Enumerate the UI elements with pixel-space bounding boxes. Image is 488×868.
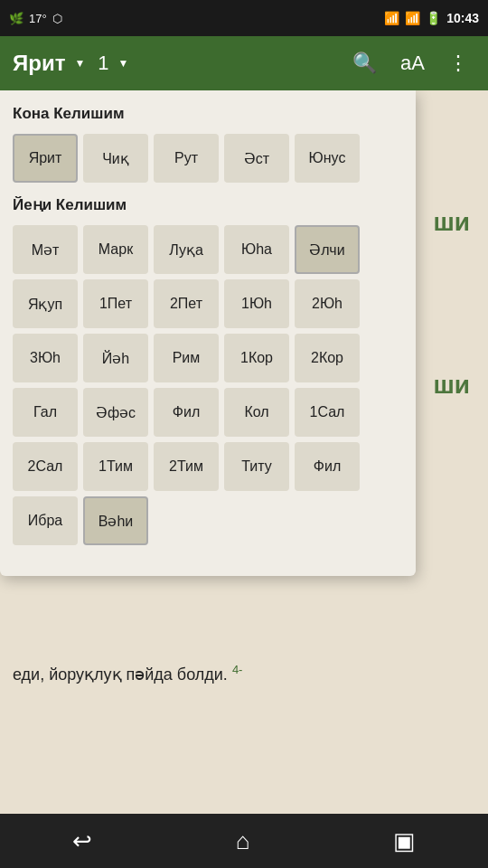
recents-nav-icon[interactable]: ▣	[393, 827, 416, 855]
book-btn-fil[interactable]: Фил	[154, 388, 219, 437]
book-btn-1pet[interactable]: 1Пет	[83, 279, 148, 328]
book-btn-vahi[interactable]: Вәhи	[83, 496, 148, 545]
book-btn-1yuh[interactable]: 1Юh	[224, 279, 289, 328]
book-btn-rut[interactable]: Рут	[154, 134, 219, 183]
status-right-icons: 📶 📶 🔋 10:43	[384, 11, 479, 25]
bottom-nav-bar: ↩ ⌂ ▣	[0, 814, 488, 868]
font-size-icon[interactable]: aA	[393, 48, 432, 79]
back-nav-icon[interactable]: ↩	[72, 827, 92, 855]
book-btn-titu[interactable]: Титу	[224, 442, 289, 491]
new-testament-title: Йеңи Келишим	[13, 195, 403, 214]
background-text-top-right: ши	[433, 208, 470, 237]
more-options-icon[interactable]: ⋮	[441, 48, 475, 79]
clock: 10:43	[446, 11, 479, 25]
usb-icon: ⬡	[52, 12, 62, 25]
book-btn-kol[interactable]: Кол	[224, 388, 289, 437]
chapter-number[interactable]: 1	[98, 52, 108, 75]
book-btn-gal[interactable]: Гал	[13, 388, 78, 437]
wifi-icon: 📶	[384, 11, 399, 25]
book-btn-chiq[interactable]: Чиқ	[83, 134, 148, 183]
book-btn-2yuh[interactable]: 2Юh	[295, 279, 360, 328]
book-btn-2tim[interactable]: 2Тим	[154, 442, 219, 491]
book-btn-luka[interactable]: Луқа	[154, 225, 219, 274]
book-btn-2pet[interactable]: 2Пет	[154, 279, 219, 328]
verse-text-bottom: еди, йоруқлуқ пәйда болди. 4-	[13, 661, 434, 687]
old-testament-grid: Ярит Чиқ Рут Әст Юнус	[13, 134, 403, 183]
verse-superscript: 4-	[232, 663, 243, 676]
app-title[interactable]: Ярит	[13, 51, 65, 76]
status-bar: 🌿 17° ⬡ 📶 📶 🔋 10:43	[0, 0, 488, 36]
old-testament-title: Кона Келишим	[13, 105, 403, 123]
search-icon[interactable]: 🔍	[345, 48, 384, 79]
verse-body-text: еди, йоруқлуқ пәйда болди.	[13, 665, 228, 684]
background-text-mid-right: ши	[433, 371, 470, 400]
book-btn-rim[interactable]: Рим	[154, 334, 219, 382]
book-btn-yah[interactable]: Йәh	[83, 334, 148, 382]
app-bar: Ярит ▼ 1 ▼ 🔍 aA ⋮	[0, 36, 488, 90]
book-selector-panel: Кона Келишим Ярит Чиқ Рут Әст Юнус Йеңи …	[0, 90, 416, 576]
chapter-dropdown-arrow: ▼	[118, 57, 129, 70]
book-btn-2kor[interactable]: 2Кор	[295, 334, 360, 382]
content-area: ши ши Кона Келишим Ярит Чиқ Рут Әст Юнус…	[0, 90, 488, 778]
book-btn-yuha[interactable]: Юha	[224, 225, 289, 274]
book-btn-ast[interactable]: Әст	[224, 134, 289, 183]
book-btn-afas[interactable]: Әфәс	[83, 388, 148, 437]
book-btn-fil2[interactable]: Фил	[295, 442, 360, 491]
book-btn-mark[interactable]: Марк	[83, 225, 148, 274]
book-btn-1sal[interactable]: 1Сал	[295, 388, 360, 437]
status-left-icons: 🌿 17° ⬡	[9, 12, 62, 25]
book-btn-2sal[interactable]: 2Сал	[13, 442, 78, 491]
new-testament-grid: Мәт Марк Луқа Юha Әлчи Яқуп 1Пет 2Пет 1Ю…	[13, 225, 403, 545]
leaf-icon: 🌿	[9, 12, 23, 25]
battery-icon: 🔋	[426, 11, 441, 25]
book-btn-yunus[interactable]: Юнус	[295, 134, 360, 183]
book-btn-3yuh[interactable]: 3Юh	[13, 334, 78, 382]
book-btn-alchi[interactable]: Әлчи	[295, 225, 360, 274]
book-btn-ibra[interactable]: Ибра	[13, 496, 78, 545]
temperature: 17°	[29, 12, 47, 25]
book-btn-1kor[interactable]: 1Кор	[224, 334, 289, 382]
book-btn-yarit[interactable]: Ярит	[13, 134, 78, 183]
book-btn-yakup[interactable]: Яқуп	[13, 279, 78, 328]
book-btn-mat[interactable]: Мәт	[13, 225, 78, 274]
title-dropdown-arrow: ▼	[74, 57, 85, 70]
home-nav-icon[interactable]: ⌂	[236, 827, 250, 855]
book-btn-1tim[interactable]: 1Тим	[83, 442, 148, 491]
signal-icon: 📶	[405, 11, 420, 25]
